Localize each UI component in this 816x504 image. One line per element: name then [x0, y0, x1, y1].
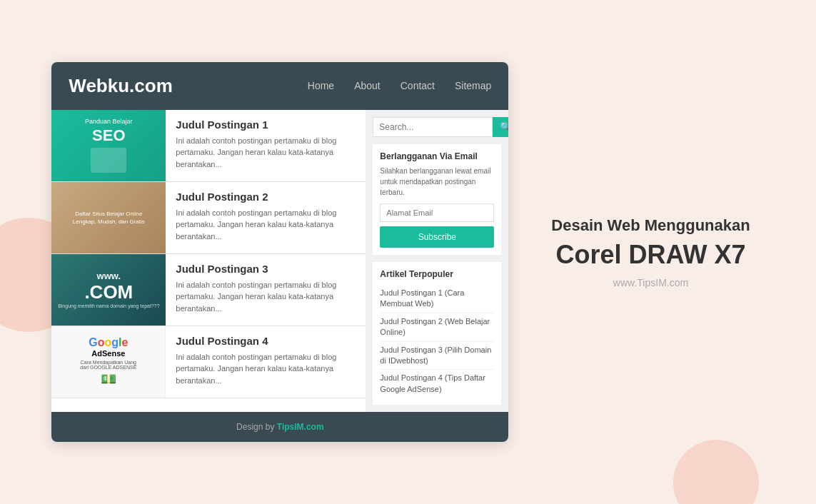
right-title-main: Corel DRAW X7 [551, 239, 750, 270]
popular-item-0[interactable]: Judul Postingan 1 (Cara Membuat Web) [380, 285, 494, 313]
thumb-teal: www. .COM Bingung memilih nama domain ya… [51, 254, 166, 326]
nav-about[interactable]: About [354, 80, 381, 91]
thumb-seo-text: SEO [92, 126, 125, 145]
thumb-google-subtext: Cara Mendapatkan Uangdari GOOGLE ADSENSE [80, 360, 136, 370]
navbar: Webku.com Home About Contact Sitemap [51, 62, 508, 110]
post-excerpt-3: Ini adalah contoh postingan pertamaku di… [176, 279, 356, 315]
post-item-3: www. .COM Bingung memilih nama domain ya… [51, 254, 366, 326]
outer-wrapper: Webku.com Home About Contact Sitemap Pan… [0, 0, 816, 504]
email-widget-title: Berlangganan Via Email [380, 151, 494, 161]
right-panel: Desain Web Menggunakan Corel DRAW X7 www… [537, 201, 764, 303]
nav-links: Home About Contact Sitemap [308, 80, 492, 91]
post-thumbnail-1: Panduan Belajar SEO [51, 110, 166, 181]
footer-text: Design by [236, 422, 277, 432]
subscribe-button[interactable]: Subscribe [380, 226, 494, 248]
post-excerpt-1: Ini adalah contoh postingan pertamaku di… [176, 135, 356, 171]
popular-item-2[interactable]: Judul Postingan 3 (Pilih Domain di IDweb… [380, 342, 494, 371]
nav-sitemap[interactable]: Sitemap [455, 80, 491, 91]
thumb-google: Google AdSense Cara Mendapatkan Uangdari… [51, 326, 166, 398]
post-content-2: Judul Postingan 2 Ini adalah contoh post… [166, 182, 366, 253]
posts-column: Panduan Belajar SEO Judul Postingan 1 In… [51, 110, 366, 412]
thumb-adsense-logo: AdSense [91, 349, 125, 358]
post-thumbnail-3: www. .COM Bingung memilih nama domain ya… [51, 254, 166, 326]
email-widget: Berlangganan Via Email Silahkan berlangg… [373, 144, 501, 255]
post-content-1: Judul Postingan 1 Ini adalah contoh post… [166, 110, 366, 181]
search-button[interactable]: 🔍 [493, 117, 508, 137]
thumb-seo-label: Panduan Belajar [85, 118, 133, 125]
post-item-1: Panduan Belajar SEO Judul Postingan 1 In… [51, 110, 366, 182]
thumb-domain-sub: Bingung memilih nama domain yang tepat??… [58, 303, 159, 308]
post-excerpt-4: Ini adalah contoh postingan pertamaku di… [176, 351, 356, 387]
footer-brand: TipsIM.com [277, 422, 324, 432]
thumb-seo-icon [91, 148, 126, 173]
post-title-1[interactable]: Judul Postingan 1 [176, 119, 356, 131]
sidebar: 🔍 Berlangganan Via Email Silahkan berlan… [366, 110, 508, 412]
right-subtitle: www.TipsIM.com [551, 277, 750, 288]
popular-item-3[interactable]: Judul Postingan 4 (Tips Daftar Google Ad… [380, 370, 494, 398]
post-item-4: Google AdSense Cara Mendapatkan Uangdari… [51, 326, 366, 398]
post-excerpt-2: Ini adalah contoh postingan pertamaku di… [176, 207, 356, 243]
post-thumbnail-2: Daftar Situs Belajar OnlineLengkap, Muda… [51, 182, 166, 253]
post-content-3: Judul Postingan 3 Ini adalah contoh post… [166, 254, 366, 326]
post-content-4: Judul Postingan 4 Ini adalah contoh post… [166, 326, 366, 398]
nav-logo: Webku.com [69, 75, 172, 97]
right-title-top: Desain Web Menggunakan [551, 216, 750, 236]
post-title-3[interactable]: Judul Postingan 3 [176, 263, 356, 275]
nav-contact[interactable]: Contact [401, 80, 435, 91]
popular-widget: Artikel Terpopuler Judul Postingan 1 (Ca… [373, 262, 501, 405]
email-widget-desc: Silahkan berlangganan lewat email untuk … [380, 166, 494, 198]
footer: Design by TipsIM.com [51, 412, 508, 442]
search-bar: 🔍 [373, 117, 501, 137]
thumb-brown: Daftar Situs Belajar OnlineLengkap, Muda… [51, 182, 166, 253]
search-input[interactable] [373, 117, 493, 137]
browser-mockup: Webku.com Home About Contact Sitemap Pan… [51, 62, 508, 442]
nav-home[interactable]: Home [308, 80, 334, 91]
post-title-4[interactable]: Judul Postingan 4 [176, 335, 356, 347]
post-item-2: Daftar Situs Belajar OnlineLengkap, Muda… [51, 182, 366, 254]
thumb-seo: Panduan Belajar SEO [51, 110, 166, 181]
popular-item-1[interactable]: Judul Postingan 2 (Web Belajar Online) [380, 313, 494, 342]
main-content: Panduan Belajar SEO Judul Postingan 1 In… [51, 110, 508, 412]
thumb-www-text: www. [97, 271, 121, 281]
thumb-question-mark: .COM [84, 281, 133, 303]
decorative-circle-right [673, 440, 759, 504]
email-input[interactable] [380, 203, 494, 222]
thumb-brown-text: Daftar Situs Belajar OnlineLengkap, Muda… [73, 210, 145, 226]
thumb-google-logo: Google [89, 336, 128, 349]
thumb-money-icon: 💵 [101, 371, 116, 387]
post-thumbnail-4: Google AdSense Cara Mendapatkan Uangdari… [51, 326, 166, 398]
popular-title: Artikel Terpopuler [380, 269, 494, 279]
post-title-2[interactable]: Judul Postingan 2 [176, 191, 356, 203]
